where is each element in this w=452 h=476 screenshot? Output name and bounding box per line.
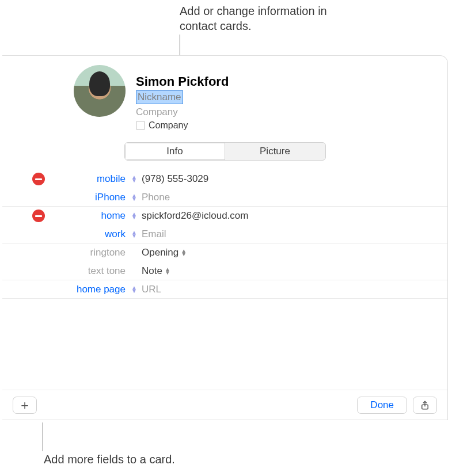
remove-placeholder (32, 283, 45, 296)
card-header: Simon Pickford Nickname Company Company (2, 56, 447, 135)
nickname-field[interactable]: Nickname (136, 90, 183, 104)
callout-add-fields: Add more fields to a card. (44, 452, 240, 467)
remove-placeholder (32, 265, 45, 277)
nickname-field-wrap: Nickname (136, 90, 229, 104)
remove-email-button[interactable] (32, 210, 45, 222)
label-iphone[interactable]: iPhone (45, 192, 131, 203)
texttone-value: Note (142, 265, 162, 277)
label-home-page[interactable]: home page (45, 284, 131, 295)
value-homepage[interactable]: URL (137, 284, 447, 295)
value-iphone[interactable]: Phone (137, 192, 447, 203)
label-work[interactable]: work (45, 229, 131, 240)
row-email-home: home ▲▼ spickford26@icloud.com (2, 207, 447, 225)
value-texttone-cell: Note ▲▼ (137, 265, 447, 277)
done-button[interactable]: Done (357, 397, 407, 414)
row-homepage: home page ▲▼ URL (2, 280, 447, 299)
add-field-button[interactable]: ＋ (13, 397, 37, 414)
popup-arrows-icon[interactable]: ▲▼ (131, 231, 137, 238)
label-text-tone: text tone (45, 265, 131, 277)
label-mobile[interactable]: mobile (45, 173, 131, 185)
company-checkbox-label: Company (149, 120, 188, 131)
callout-leader-line-bottom (43, 422, 43, 451)
tab-info[interactable]: Info (125, 143, 225, 160)
callout-edit-info: Add or change information in contact car… (180, 3, 364, 33)
popup-arrows-icon[interactable]: ▲▼ (131, 286, 137, 293)
remove-placeholder (32, 246, 45, 259)
popup-arrows-icon[interactable]: ▲▼ (131, 194, 137, 201)
row-email-work: work ▲▼ Email (2, 225, 447, 243)
remove-placeholder (32, 228, 45, 241)
company-checkbox[interactable] (136, 121, 145, 130)
remove-phone-button[interactable] (32, 173, 45, 185)
remove-placeholder (32, 191, 45, 204)
share-icon (420, 400, 430, 410)
contact-name[interactable]: Simon Pickford (136, 74, 229, 89)
card-footer: ＋ Done (2, 390, 447, 420)
fields-list: mobile ▲▼ (978) 555-3029 iPhone ▲▼ Phone… (2, 170, 447, 299)
company-field[interactable]: Company (136, 106, 229, 118)
row-ringtone: ringtone ▲▼ Opening ▲▼ (2, 243, 447, 262)
info-picture-segmented: Info Picture (124, 142, 326, 161)
popup-arrows-icon: ▲▼ (181, 249, 187, 256)
popup-arrows-icon: ▲▼ (165, 268, 170, 275)
label-ringtone: ringtone (45, 247, 131, 258)
plus-icon: ＋ (18, 399, 31, 412)
contact-card-window: Simon Pickford Nickname Company Company … (2, 55, 448, 420)
ringtone-value: Opening (142, 247, 178, 258)
share-button[interactable] (413, 397, 437, 414)
label-home[interactable]: home (45, 210, 131, 222)
value-ringtone-cell: Opening ▲▼ (137, 247, 447, 258)
row-phone-iphone: iPhone ▲▼ Phone (2, 188, 447, 207)
ringtone-popup[interactable]: Opening ▲▼ (142, 247, 187, 258)
texttone-popup[interactable]: Note ▲▼ (142, 265, 170, 277)
value-email-work[interactable]: Email (137, 229, 447, 240)
popup-arrows-icon[interactable]: ▲▼ (131, 176, 137, 182)
tab-picture[interactable]: Picture (225, 143, 325, 160)
value-email-home[interactable]: spickford26@icloud.com (137, 210, 447, 222)
company-checkbox-row: Company (136, 120, 229, 131)
value-mobile[interactable]: (978) 555-3029 (137, 173, 447, 185)
row-texttone: text tone ▲▼ Note ▲▼ (2, 262, 447, 280)
row-phone-mobile: mobile ▲▼ (978) 555-3029 (2, 170, 447, 188)
popup-arrows-icon[interactable]: ▲▼ (131, 212, 137, 219)
name-block: Simon Pickford Nickname Company Company (136, 63, 229, 131)
contact-avatar[interactable] (74, 65, 126, 117)
